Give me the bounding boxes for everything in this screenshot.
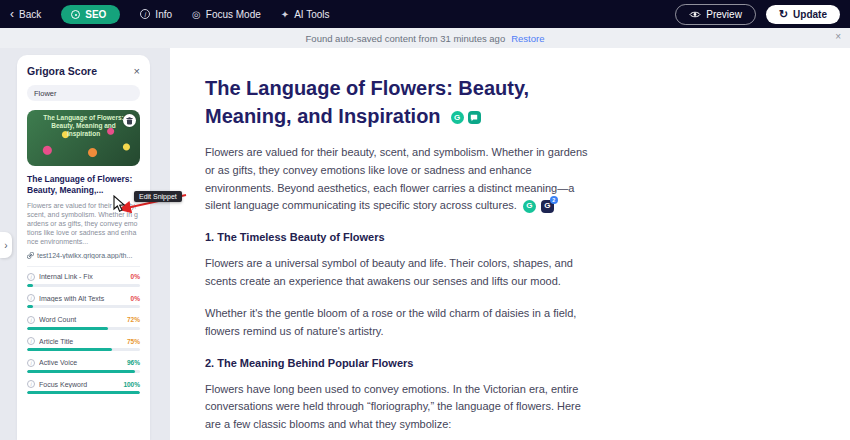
topbar-left: ‹ Back SEO i Info ◎ Focus Mode ✦ AI Tool… [10, 5, 330, 24]
grigora-score-panel: Grigora Score × Flower The Language of F… [17, 55, 150, 440]
score-progress [27, 391, 140, 394]
snippet-url-text: test124-ytwikx.grigora.app/th... [37, 252, 132, 259]
score-item-alt-texts[interactable]: i Images with Alt Texts 0% [27, 294, 140, 308]
suggestion-count-badge: 2 [550, 196, 558, 204]
intro-paragraph[interactable]: Flowers are valued for their beauty, sce… [205, 144, 597, 215]
grammar-checker-icon[interactable]: G [451, 111, 464, 124]
update-label: Update [793, 9, 827, 20]
snippet-thumbnail[interactable]: The Language of Flowers: Beauty, Meaning… [27, 110, 140, 166]
focus-mode-button[interactable]: ◎ Focus Mode [192, 9, 261, 20]
snippet-url[interactable]: test124-ytwikx.grigora.app/th... [27, 252, 140, 259]
trash-icon [126, 117, 133, 125]
seo-label: SEO [85, 9, 106, 20]
topbar: ‹ Back SEO i Info ◎ Focus Mode ✦ AI Tool… [0, 0, 850, 28]
topbar-right: Preview ↻ Update [675, 4, 840, 25]
score-item-internal-link[interactable]: i Internal Link - Fix 0% [27, 273, 140, 287]
sidebar-collapse-handle[interactable]: › [0, 232, 12, 258]
gauge-icon [71, 10, 80, 19]
document-title[interactable]: The Language of Flowers: Beauty, Meaning… [205, 74, 605, 130]
page: ‹ Back SEO i Info ◎ Focus Mode ✦ AI Tool… [0, 0, 850, 440]
info-icon: i [140, 9, 150, 19]
info-icon: i [27, 380, 35, 388]
back-chevron-icon: ‹ [10, 8, 14, 20]
edit-snippet-tooltip: Edit Snippet [134, 191, 182, 202]
preview-button[interactable]: Preview [675, 4, 756, 25]
score-progress [27, 305, 140, 308]
seo-button[interactable]: SEO [61, 5, 120, 24]
sidebar-close-icon[interactable]: × [134, 66, 140, 77]
suggestions-icon[interactable]: G2 [541, 200, 554, 213]
banner-close-icon[interactable]: × [835, 31, 841, 42]
info-icon: i [27, 337, 35, 345]
info-icon: i [27, 316, 35, 324]
sparkle-icon: ✦ [281, 9, 289, 20]
document-body: Flowers are valued for their beauty, sce… [205, 144, 597, 440]
back-button[interactable]: ‹ Back [10, 8, 41, 20]
paragraph[interactable]: Whether it's the gentle bloom of a rose … [205, 305, 597, 341]
autosave-message: Found auto-saved content from 31 minutes… [306, 33, 506, 44]
keyword-input[interactable]: Flower [27, 85, 140, 101]
score-badge: 72% [127, 316, 140, 323]
info-button[interactable]: i Info [140, 9, 172, 20]
score-item-active-voice[interactable]: i Active Voice 96% [27, 359, 140, 373]
restore-link[interactable]: Restore [511, 33, 544, 44]
score-item-focus-keyword[interactable]: i Focus Keyword 100% [27, 380, 140, 394]
score-progress [27, 348, 140, 351]
back-label: Back [19, 9, 41, 20]
info-icon: i [27, 359, 35, 367]
preview-label: Preview [706, 9, 742, 20]
score-progress [27, 327, 140, 330]
chat-icon[interactable] [468, 111, 481, 124]
sidebar-title: Grigora Score [27, 65, 97, 77]
eye-icon [689, 10, 701, 19]
score-badge: 0% [131, 273, 140, 280]
editor-canvas[interactable]: The Language of Flowers: Beauty, Meaning… [170, 48, 850, 440]
link-icon [27, 252, 34, 259]
focus-mode-label: Focus Mode [206, 9, 261, 20]
score-badge: 100% [123, 381, 140, 388]
section-heading-2[interactable]: 2. The Meaning Behind Popular Flowers [205, 357, 597, 369]
sidebar-header: Grigora Score × [27, 65, 140, 77]
score-badge: 0% [131, 295, 140, 302]
section-heading-1[interactable]: 1. The Timeless Beauty of Flowers [205, 231, 597, 243]
info-label: Info [155, 9, 172, 20]
delete-image-button[interactable] [123, 114, 136, 127]
info-icon: i [27, 294, 35, 302]
score-badge: 75% [127, 338, 140, 345]
update-button[interactable]: ↻ Update [766, 5, 840, 24]
score-progress [27, 284, 140, 287]
score-item-article-title[interactable]: i Article Title 75% [27, 337, 140, 351]
refresh-icon: ↻ [779, 9, 788, 20]
score-item-word-count[interactable]: i Word Count 72% [27, 316, 140, 330]
sidebar-divider [27, 266, 140, 267]
info-icon: i [27, 273, 35, 281]
paragraph[interactable]: Flowers are a universal symbol of beauty… [205, 255, 597, 291]
mouse-cursor [112, 195, 127, 213]
grammar-checker-icon[interactable]: G [523, 200, 536, 213]
paragraph[interactable]: Flowers have long been used to convey em… [205, 381, 597, 434]
autosave-banner: Found auto-saved content from 31 minutes… [0, 28, 850, 48]
score-progress [27, 370, 140, 373]
ai-tools-button[interactable]: ✦ AI Tools [281, 9, 330, 20]
score-badge: 96% [127, 359, 140, 366]
ai-tools-label: AI Tools [294, 9, 329, 20]
focus-target-icon: ◎ [192, 9, 201, 20]
